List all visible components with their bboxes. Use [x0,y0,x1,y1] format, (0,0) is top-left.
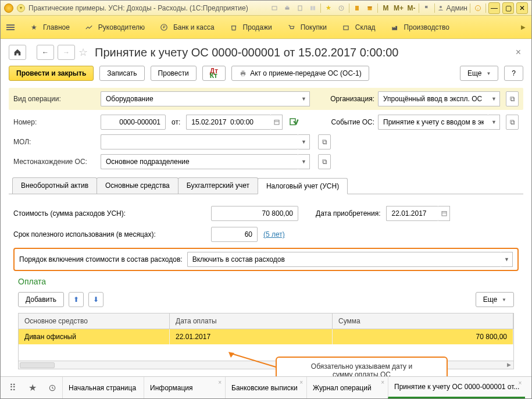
move-up-button[interactable]: ⬆ [69,292,84,307]
life-input[interactable] [215,230,253,239]
close-tab-icon[interactable]: × [299,379,303,386]
tab-tax-usn[interactable]: Налоговый учет (УСН) [258,178,348,194]
status-tab-bank[interactable]: Банковские выписки× [225,377,306,398]
memory-m[interactable]: M [380,3,391,13]
loc-input[interactable] [105,157,295,166]
status-history-icon[interactable] [42,377,62,398]
move-down-button[interactable]: ⬇ [88,292,103,307]
cost-label: Стоимость (сумма расходов УСН): [13,209,205,218]
col-date-header[interactable]: Дата оплаты [170,314,333,329]
print-act-button[interactable]: Акт о приеме-передаче ОС (ОС-1) [231,66,369,81]
dtkt-button[interactable]: ДтКт [202,66,226,81]
scroll-thumb[interactable] [20,362,55,368]
info-icon[interactable]: i [473,3,483,13]
date-picker-button[interactable] [271,115,283,130]
status-tab-current[interactable]: Принятие к учету ОС 0000-000001 от...× [388,377,525,398]
mol-open-button[interactable]: ⧉ [318,134,331,149]
status-tab-home[interactable]: Начальная страница [62,377,144,398]
op-dropdown-button[interactable]: ▼ [298,91,310,106]
close-tab-icon[interactable]: × [519,379,522,387]
loc-open-button[interactable]: ⧉ [318,154,331,169]
date-input[interactable] [190,117,267,127]
col-sum-header[interactable]: Сумма [333,314,513,329]
minimize-button[interactable]: — [488,2,500,14]
memory-mplus[interactable]: M+ [393,3,404,13]
calculator-icon[interactable] [352,3,362,13]
status-tab-journal[interactable]: Журнал операций× [306,377,388,398]
user-menu[interactable]: Админ [437,4,467,12]
status-tab-info[interactable]: Информация× [144,377,225,398]
close-tab-icon[interactable]: × [218,379,222,386]
maximize-button[interactable]: ▢ [502,2,514,14]
acq-input[interactable] [390,209,435,218]
tab-fixed-assets[interactable]: Основные средства [97,177,178,194]
post-and-close-button[interactable]: Провести и закрыть [9,66,94,81]
nav-overflow-icon[interactable]: ▶ [521,24,526,30]
org-dropdown-button[interactable]: ▼ [488,91,500,106]
status-fav-icon[interactable]: ★ [23,377,42,398]
save-button[interactable]: Записать [99,66,144,81]
col-asset-header[interactable]: Основное средство [19,314,170,329]
svg-rect-19 [274,120,279,125]
life-hint-link[interactable]: (5 лет) [263,230,285,238]
num-input[interactable] [105,117,162,127]
menu-burger-icon[interactable] [6,24,15,30]
org-open-button[interactable]: ⧉ [506,91,519,106]
calendar-icon[interactable] [365,3,375,13]
table-row[interactable]: Диван офисный 22.01.2017 70 800,00 [19,329,513,344]
scroll-right-icon[interactable]: ▶ [507,362,511,368]
nav-warehouse[interactable]: Склад [341,23,376,32]
cost-input[interactable] [215,209,294,218]
mol-dropdown-button[interactable]: ▼ [298,134,310,149]
cell-sum[interactable]: 70 800,00 [333,329,513,344]
back-button[interactable]: ← [37,45,54,60]
event-open-button[interactable]: ⧉ [506,115,519,130]
close-window-button[interactable]: ✕ [516,2,528,14]
nav-sales[interactable]: Продажи [229,23,272,32]
home-nav-icon: ★ [29,23,38,32]
event-dropdown-button[interactable]: ▼ [488,115,500,130]
cell-asset[interactable]: Диван офисный [19,329,170,344]
op-input[interactable] [105,94,295,104]
print-icon[interactable] [282,3,292,13]
table-more-button[interactable]: Еще▼ [476,292,514,307]
tab-accounting[interactable]: Бухгалтерский учет [178,177,258,194]
memory-mminus[interactable]: M- [406,3,416,13]
flag-icon[interactable] [422,3,432,13]
favorite-star-icon[interactable]: ☆ [78,46,88,59]
app-logo-icon [4,3,13,13]
nav-purchases[interactable]: Покупки [287,23,327,32]
event-input[interactable] [382,117,485,127]
svg-rect-4 [310,6,313,10]
order-input[interactable] [191,255,498,264]
titlebar-dropdown-icon[interactable]: ▾ [17,4,25,12]
order-dropdown-button[interactable]: ▼ [501,252,513,267]
history-icon[interactable] [336,3,347,13]
acq-date-picker-button[interactable] [438,206,450,221]
nav-bank[interactable]: ₽Банк и касса [159,23,215,32]
nav-manager[interactable]: Руководителю [84,23,145,32]
status-apps-icon[interactable]: ⠿ [3,377,23,398]
compare-icon[interactable] [308,3,318,13]
toolbar-icon-1[interactable] [269,3,280,13]
svg-rect-1 [285,7,290,9]
close-page-button[interactable]: × [513,47,523,58]
page-title: Принятие к учету ОС 0000-000001 от 15.02… [95,46,398,59]
mol-input[interactable] [105,137,295,147]
nav-production[interactable]: Производство [390,23,449,32]
tab-nonturnover[interactable]: Внеоборотный актив [12,177,97,194]
org-input[interactable] [382,94,485,104]
favorite-icon[interactable]: ★ [323,3,334,13]
loc-dropdown-button[interactable]: ▼ [298,154,310,169]
post-button[interactable]: Провести [151,66,197,81]
window-title: Практические примеры. УСН: Доходы - Расх… [28,4,248,12]
help-button[interactable]: ? [504,66,523,81]
doc-icon[interactable] [295,3,305,13]
add-row-button[interactable]: Добавить [18,292,64,307]
svg-rect-5 [313,6,316,10]
more-button[interactable]: Еще▼ [460,66,498,81]
nav-main[interactable]: ★Главное [29,23,70,32]
cell-date[interactable]: 22.01.2017 [170,329,333,344]
home-button[interactable] [9,45,26,60]
close-tab-icon[interactable]: × [381,379,384,386]
